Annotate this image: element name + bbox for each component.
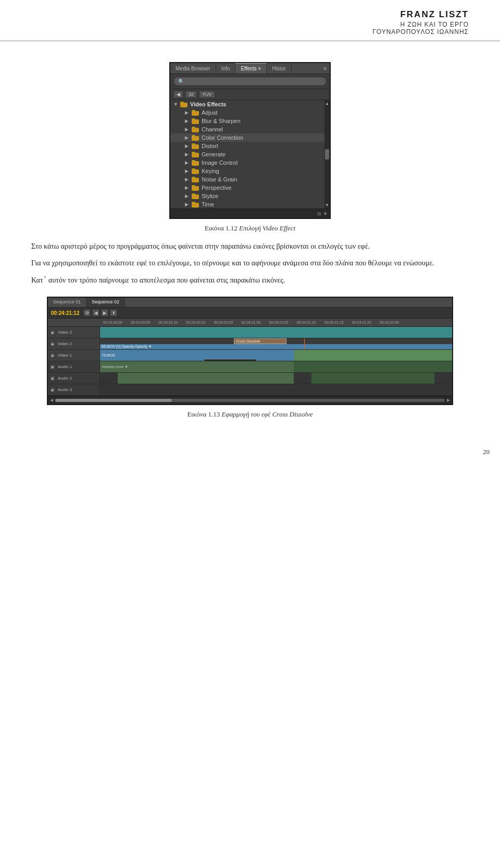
track-toggle-v1[interactable]: ▶ (50, 353, 55, 358)
track-name-audio1: Audio 1 (58, 364, 72, 369)
clip-a1[interactable]: Volume:Level ▼ (100, 361, 294, 372)
caption-2-prefix: Εικόνα 1.13 (187, 410, 221, 418)
timecode-display: 00:24:21:12 (51, 310, 79, 316)
icon-btn-1[interactable]: ◀ (173, 91, 183, 98)
page-number: 20 (0, 448, 500, 456)
track-name-video1: Video 1 (58, 353, 72, 358)
clip-a1b[interactable] (294, 361, 452, 372)
arrow-icon-perspective: ▶ (185, 185, 190, 190)
body-text-1: Στο κάτω αριστερό μέρος το προγράμματος … (31, 242, 370, 250)
clip-v1-a[interactable]: 79.MOD (100, 350, 294, 361)
panel-tree-wrapper: ▼ Video Effects ▶ Adjust ▶ Blur & Sharpe… (170, 100, 330, 209)
tree-distort[interactable]: ▶ Distort (170, 142, 324, 150)
tree-perspective[interactable]: ▶ Perspective (170, 184, 324, 192)
track-toggle-a1[interactable]: ▶ (50, 364, 55, 370)
track-video3: ▶ Video 3 (48, 327, 452, 338)
ruler-time-7: 00:24:21:05 (269, 321, 289, 324)
body-paragraph-2: Για να χρησιμοποιηθεί το εκάστοτε εφέ το… (31, 258, 469, 269)
ruler-time-1: 00:24:20:00 (103, 321, 122, 324)
tl-icon-1[interactable]: ⚙ (83, 309, 91, 316)
track-label-video3: ▶ Video 3 (48, 327, 100, 338)
body-paragraph-3: Κατ᾽ αυτόν τον τρόπο παίρνουμε το αποτέλ… (31, 275, 469, 286)
clip-v1-b[interactable] (294, 350, 452, 361)
scroll-down[interactable]: ▼ (325, 203, 329, 207)
tab-more[interactable]: ≡ (320, 64, 330, 74)
ruler-time-8: 00:24:21:10 (297, 321, 316, 324)
tab-media-browser[interactable]: Media Browser (170, 64, 216, 74)
tree-blur-sharpen[interactable]: ▶ Blur & Sharpen (170, 117, 324, 125)
stylize-label: Stylize (202, 193, 218, 199)
arrow-icon-noise: ▶ (185, 177, 190, 182)
tl-icon-2[interactable]: ◀ (92, 309, 99, 316)
timeline-screenshot: Sequence 01 Sequence 02 00:24:21:12 ⚙ ◀ … (31, 297, 469, 405)
tree-time[interactable]: ▶ Time (170, 200, 324, 209)
track-video2: ▶ Video 2 Cross Dissolve 85.MOD [V] Opac… (48, 338, 452, 350)
timeline-tab-seq2[interactable]: Sequence 02 (86, 298, 125, 307)
clip-a2b[interactable] (311, 373, 435, 384)
track-content-audio3 (100, 384, 452, 395)
caption-2-text: Εφαρμογή του εφέ Cross Dissolve (222, 410, 313, 418)
tree-adjust[interactable]: ▶ Adjust (170, 108, 324, 117)
folder-icon (180, 102, 188, 107)
timeline-bottom-bar: ◀ ▶ (48, 396, 452, 404)
arrow-icon-image: ▶ (185, 160, 190, 165)
book-title: FRANZ LISZT (31, 9, 469, 20)
body-text-3: Κατ᾽ αυτόν τον τρόπο παίρνουμε το αποτέλ… (31, 276, 285, 284)
tree-generate[interactable]: ▶ Generate (170, 150, 324, 158)
scroll-up[interactable]: ▲ (325, 101, 329, 106)
track-toggle-v3[interactable]: ▶ (50, 330, 55, 335)
tree-video-effects[interactable]: ▼ Video Effects (170, 100, 324, 108)
track-video1: ▶ Video 1 79.MOD 79.MOD Start: 00:24:12:… (48, 350, 452, 361)
track-name-video2: Video 2 (58, 341, 72, 346)
tree-stylize[interactable]: ▶ Stylize (170, 192, 324, 200)
clip-label-v2: 85.MOD [V] Opacity:Opacity ▼ (102, 345, 152, 348)
caption-2: Εικόνα 1.13 Εφαρμογή του εφέ Cross Disso… (31, 410, 469, 419)
tab-effects[interactable]: Effects × (235, 63, 267, 74)
page-header: FRANZ LISZT Η ΖΩΗ ΚΑΙ ΤΟ ΕΡΓΟ ΓΟΥΝΑΡΟΠΟΥ… (0, 0, 500, 41)
clip-v2-main[interactable]: 85.MOD [V] Opacity:Opacity ▼ (100, 344, 452, 350)
ruler-time-6: 00:24:21:00 (241, 321, 260, 324)
clip-dissolve[interactable]: Cross Dissolve (234, 338, 286, 344)
tl-icon-3[interactable]: ▶ (101, 309, 108, 316)
perspective-label: Perspective (202, 185, 231, 191)
adjust-label: Adjust (202, 109, 218, 116)
noise-grain-label: Noise & Grain (202, 176, 237, 182)
timeline-tabs: Sequence 01 Sequence 02 (48, 298, 452, 308)
tree-channel[interactable]: ▶ Channel (170, 125, 324, 133)
tl-icons: ⚙ ◀ ▶ ⬆ (83, 309, 117, 316)
tab-info[interactable]: Info (216, 64, 236, 74)
icon-btn-32[interactable]: 32 (185, 91, 197, 98)
tree-noise-grain[interactable]: ▶ Noise & Grain (170, 175, 324, 184)
folder-icon-image (192, 160, 199, 166)
tl-icon-4[interactable]: ⬆ (110, 309, 117, 316)
caption-1-text: Επιλογή Video Effect (239, 224, 295, 232)
ruler-time-3: 00:24:20:10 (158, 321, 178, 324)
arrow-icon-generate: ▶ (185, 152, 190, 157)
timeline-tab-seq1[interactable]: Sequence 01 (48, 298, 86, 307)
icon-btn-yuv[interactable]: YUV (199, 91, 215, 98)
panel-search (170, 74, 330, 89)
image-control-label: Image Control (202, 160, 238, 166)
tree-keying[interactable]: ▶ Keying (170, 167, 324, 175)
track-toggle-v2[interactable]: ▶ (50, 341, 55, 347)
arrow-icon-distort: ▶ (185, 143, 190, 149)
track-label-video2: ▶ Video 2 (48, 338, 100, 349)
panel-scrollbar[interactable]: ▲ ▼ (324, 100, 330, 209)
track-toggle-a2[interactable]: ▶ (50, 376, 55, 381)
tl-scrollbar-h[interactable] (55, 399, 445, 402)
clip-a2[interactable] (118, 373, 294, 384)
tab-history[interactable]: Histor (267, 64, 291, 74)
panel-tabs: Media Browser Info Effects × Histor ≡ (170, 63, 330, 74)
scroll-thumb[interactable] (325, 149, 329, 160)
book-subtitle: Η ΖΩΗ ΚΑΙ ΤΟ ΕΡΓΟ (31, 21, 469, 28)
tree-image-control[interactable]: ▶ Image Control (170, 158, 324, 167)
folder-icon-time (192, 202, 199, 207)
caption-1: Εικόνα 1.12 Επιλογή Video Effect (31, 224, 469, 233)
search-input[interactable] (173, 77, 327, 86)
video-effects-label: Video Effects (190, 101, 227, 107)
tree-color-correction[interactable]: ▶ Color Correction (170, 133, 324, 142)
clip-v3[interactable] (100, 327, 452, 338)
track-toggle-a3[interactable]: ▶ (50, 387, 55, 393)
track-label-audio3: ▶ Audio 3 (48, 384, 100, 395)
arrow-icon-keying: ▶ (185, 168, 190, 174)
